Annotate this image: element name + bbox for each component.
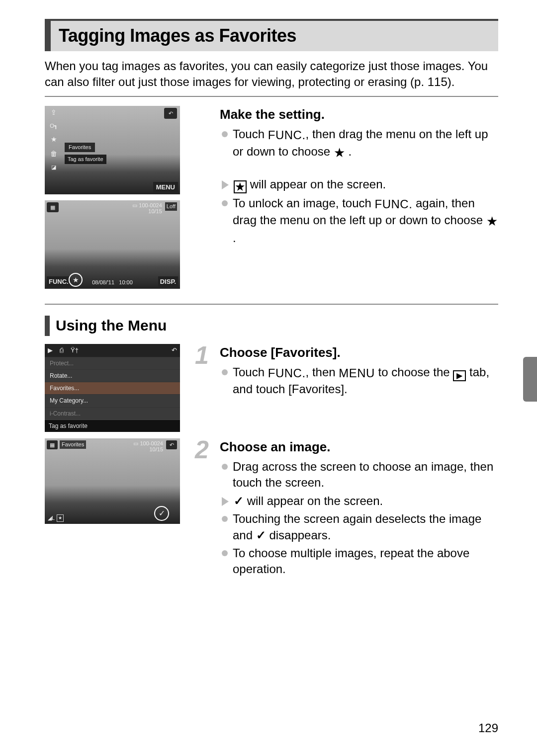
play-tab-icon: ▶: [48, 346, 53, 355]
print-tab-icon: ⎙: [60, 346, 64, 355]
image-counter: 10/15: [133, 446, 163, 452]
star-icon: ★: [51, 135, 57, 144]
check-icon: ✓: [256, 528, 266, 542]
bullet-item: Drag across the screen to choose an imag…: [222, 459, 498, 491]
menu-item: Protect...: [45, 357, 180, 369]
tools-tab-icon: Ÿ†: [71, 346, 79, 355]
star-box-icon: ★: [57, 514, 64, 521]
instruction-column: 1 Choose [Favorites]. Touch FUNC., then …: [198, 344, 498, 400]
menu-item: Rotate...: [45, 369, 180, 382]
separator: [45, 96, 498, 97]
triangle-icon: [222, 497, 229, 506]
bullet-item: To unlock an image, touch FUNC. again, t…: [222, 195, 498, 247]
bullet-icon: [222, 516, 228, 522]
loff-label: Loff: [165, 202, 177, 211]
category-icon: ◪: [51, 164, 56, 171]
time-label: 10:00: [119, 279, 133, 285]
bullet-item: Touch FUNC., then drag the menu on the l…: [222, 126, 498, 161]
step-number: 2: [195, 433, 209, 467]
menu-chip: MENU: [339, 365, 375, 381]
check-circle-icon: ✓: [154, 506, 169, 521]
back-icon: ↶: [164, 108, 177, 119]
size-icon: ◢L: [48, 514, 55, 522]
func-chip: FUNC.: [375, 196, 413, 212]
back-icon: ↶: [172, 346, 177, 355]
bullet-icon: [222, 464, 228, 470]
result-item: ✓ will appear on the screen.: [222, 493, 498, 509]
screenshot-column: ▶ ⎙ Ÿ† ↶ Protect... Rotate... Favorites.…: [45, 344, 189, 429]
disp-label: DISP.: [158, 276, 178, 287]
folder-number: 100-0024: [139, 202, 162, 208]
image-counter: 10/15: [132, 208, 162, 214]
triangle-icon: [222, 180, 229, 189]
favorites-title: Favorites: [60, 440, 86, 449]
bullet-item: Touch FUNC., then MENU to choose the ▶ t…: [222, 364, 498, 398]
screenshot-func-menu: ⇪ O┓ ★ 🗑 ◪ ↶ Favorites Tag as favorite M…: [45, 106, 180, 194]
back-icon: ↶: [166, 440, 177, 449]
bullet-icon: [222, 200, 228, 206]
separator: [45, 304, 498, 305]
trash-icon: 🗑: [50, 149, 57, 159]
star-icon: ★: [334, 145, 345, 160]
upload-icon: ⇪: [51, 108, 57, 117]
check-icon: ✓: [234, 494, 244, 507]
func-chip: FUNC.: [268, 127, 306, 143]
step-heading: Choose [Favorites].: [220, 344, 498, 361]
intro-text: When you tag images as favorites, you ca…: [45, 58, 498, 90]
step-heading: Make the setting.: [220, 106, 498, 123]
bullet-icon: [222, 369, 228, 375]
screenshot-playback: ▦ ▭ 100-0024 10/15 Loff FUNC. ★ 08/08/'1…: [45, 200, 180, 289]
menu-item: i-Contrast...: [45, 407, 180, 420]
menu-item-selected: Favorites...: [45, 382, 180, 394]
bullet-item: To choose multiple images, repeat the ab…: [222, 545, 498, 578]
step-heading: Choose an image.: [220, 438, 498, 456]
date-label: 08/08/'11: [92, 279, 114, 285]
section-make-setting: ⇪ O┓ ★ 🗑 ◪ ↶ Favorites Tag as favorite M…: [45, 106, 498, 295]
star-icon: ★: [486, 214, 498, 229]
page-title: Tagging Images as Favorites: [59, 24, 495, 48]
grid-icon: ▦: [47, 440, 58, 449]
play-tab-icon: ▶: [453, 370, 466, 381]
key-icon: O┓: [50, 122, 58, 130]
func-chip: FUNC.: [268, 365, 306, 381]
instruction-column: 2 Choose an image. Drag across the scree…: [198, 438, 498, 580]
tag-label: Tag as favorite: [65, 155, 106, 164]
menu-caption: Tag as favorite: [45, 420, 180, 432]
menu-label: MENU: [153, 182, 178, 193]
card-icon: ▭: [132, 202, 137, 208]
step-1-row: ▶ ⎙ Ÿ† ↶ Protect... Rotate... Favorites.…: [45, 344, 498, 429]
step-2-row: ▦ Favorites ▭ 100-0024 10/15 ↶ ◢L ★ ✓ 2 …: [45, 438, 498, 580]
instruction-column: Make the setting. Touch FUNC., then drag…: [198, 106, 498, 248]
screenshot-favorites-select: ▦ Favorites ▭ 100-0024 10/15 ↶ ◢L ★ ✓: [45, 438, 180, 524]
page-title-bar: Tagging Images as Favorites: [45, 19, 498, 51]
screenshot-column: ▦ Favorites ▭ 100-0024 10/15 ↶ ◢L ★ ✓: [45, 438, 189, 530]
screenshot-column: ⇪ O┓ ★ 🗑 ◪ ↶ Favorites Tag as favorite M…: [45, 106, 189, 295]
step-number: 1: [195, 339, 209, 373]
star-box-icon: ★: [234, 180, 247, 193]
page-number: 129: [478, 720, 498, 736]
menu-item: My Category...: [45, 394, 180, 407]
result-item: ★ will appear on the screen.: [222, 176, 498, 193]
screenshot-menu-list: ▶ ⎙ Ÿ† ↶ Protect... Rotate... Favorites.…: [45, 344, 180, 423]
bullet-icon: [222, 131, 228, 137]
card-icon: ▭: [133, 440, 138, 446]
bullet-item: Touching the screen again deselects the …: [222, 511, 498, 543]
favorites-label: Favorites: [65, 143, 95, 152]
folder-number: 100-0024: [140, 440, 164, 446]
sub-heading: Using the Menu: [45, 316, 498, 336]
bullet-icon: [222, 550, 228, 556]
grid-icon: ▦: [47, 202, 59, 212]
section-edge-tab: [523, 357, 537, 402]
